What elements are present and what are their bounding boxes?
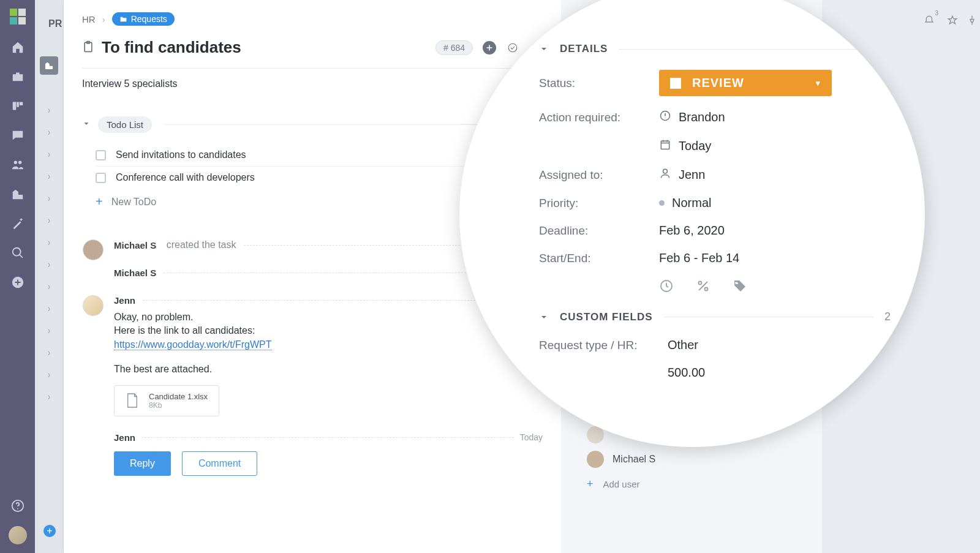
org-tile[interactable] (40, 56, 58, 75)
custom-fields-count: 2 (884, 310, 891, 323)
action-when[interactable]: Today (679, 139, 711, 153)
tree-chevron-icon[interactable]: › (48, 368, 50, 380)
assigned-label: Assigned to: (539, 168, 659, 182)
assigned-value[interactable]: Jenn (679, 168, 705, 182)
deadline-label: Deadline: (539, 224, 659, 238)
task-id: # 684 (435, 40, 473, 55)
briefcase-icon[interactable] (11, 70, 24, 83)
add-user-button[interactable]: +Add user (587, 478, 655, 491)
search-icon[interactable] (11, 246, 24, 260)
status-label: Status: (539, 77, 659, 90)
tree-chevron-icon[interactable]: › (48, 324, 50, 336)
reply-time: Today (520, 432, 543, 442)
person-icon (659, 167, 671, 182)
percent-icon[interactable] (696, 279, 710, 293)
chevron-right-icon: › (102, 14, 105, 24)
add-button[interactable] (483, 41, 496, 55)
custom-amount-value[interactable]: 500.00 (668, 366, 705, 380)
svg-rect-7 (661, 141, 669, 149)
project-column: PR › › › › › › › › › › › › › › + (35, 0, 64, 553)
star-icon[interactable] (947, 15, 958, 26)
attachment[interactable]: Candidate 1.xlsx 8Kb (114, 385, 219, 416)
status-color-icon (670, 78, 681, 89)
page-title: To find candidates (102, 38, 241, 57)
tree-chevron-icon[interactable]: › (48, 214, 50, 226)
project-column-header: PR (35, 18, 63, 29)
message-link[interactable]: https://www.goodday.work/t/FrgWPT (114, 339, 272, 350)
plus-icon: + (587, 478, 594, 491)
tree-chevron-icon[interactable]: › (48, 302, 50, 314)
svg-point-5 (508, 43, 517, 52)
breadcrumb-folder-label: Requests (131, 14, 167, 24)
board-icon[interactable] (11, 99, 24, 113)
plus-icon: + (96, 195, 103, 209)
tree-chevron-icon[interactable]: › (48, 258, 50, 270)
todo-text: Send invitations to candidates (116, 149, 246, 160)
tree-chevron-icon[interactable]: › (48, 280, 50, 292)
chevron-down-icon (539, 312, 549, 322)
check-circle-icon[interactable] (506, 41, 519, 55)
tree-chevron-icon[interactable]: › (48, 148, 50, 160)
add-user-label: Add user (603, 479, 640, 489)
comment-button[interactable]: Comment (182, 451, 257, 476)
home-icon[interactable] (11, 40, 24, 54)
details-overlay: DETAILS Status: REVIEW ▾ Action required… (459, 0, 925, 447)
people-icon[interactable] (11, 158, 24, 171)
status-dropdown[interactable]: REVIEW ▾ (659, 70, 832, 96)
tree-chevron-icon[interactable]: › (48, 192, 50, 204)
details-heading: DETAILS (560, 43, 608, 55)
tag-icon[interactable] (733, 279, 747, 293)
add-project-button[interactable]: + (43, 525, 56, 537)
attachment-name: Candidate 1.xlsx (149, 392, 208, 401)
avatar (83, 295, 104, 316)
folder-icon (119, 15, 127, 23)
attachment-size: 8Kb (149, 401, 208, 410)
tree-chevron-icon[interactable]: › (48, 170, 50, 182)
todo-checkbox[interactable] (96, 173, 106, 183)
todo-checkbox[interactable] (96, 150, 106, 160)
app-logo[interactable] (10, 9, 26, 24)
add-circle-icon[interactable] (11, 276, 24, 289)
message-line: Here is the link to all candidates: (114, 324, 543, 337)
clock-icon[interactable] (659, 279, 674, 293)
details-section-header[interactable]: DETAILS (539, 43, 891, 55)
status-value: REVIEW (692, 76, 744, 90)
tree-chevron-icon[interactable]: › (48, 390, 50, 402)
chevron-down-icon: ▾ (816, 78, 821, 88)
tree-chevron-icon[interactable]: › (48, 236, 50, 248)
startend-label: Start/End: (539, 252, 659, 265)
priority-value[interactable]: Normal (672, 196, 711, 210)
tree-chevron-icon[interactable]: › (48, 103, 50, 116)
action-user[interactable]: Brandon (679, 110, 725, 124)
tree-chevron-icon[interactable]: › (48, 346, 50, 358)
breadcrumb: HR › Requests (82, 12, 543, 26)
svg-point-12 (736, 282, 738, 284)
tree-chevron-icon[interactable]: › (48, 126, 50, 138)
file-icon (126, 393, 139, 408)
deadline-value[interactable]: Feb 6, 2020 (659, 224, 725, 238)
svg-point-11 (705, 288, 708, 291)
todo-list-label: Todo List (98, 116, 152, 133)
message-line: Okay, no problem. (114, 310, 543, 324)
breadcrumb-folder[interactable]: Requests (112, 12, 175, 26)
pin-icon[interactable] (967, 15, 978, 26)
org-icon[interactable] (11, 187, 24, 201)
todo-text: Conference call with developers (116, 172, 255, 183)
breadcrumb-root[interactable]: HR (82, 14, 96, 24)
custom-fields-header[interactable]: CUSTOM FIELDS 2 (539, 310, 891, 323)
wand-icon[interactable] (11, 217, 24, 230)
priority-label: Priority: (539, 197, 659, 210)
request-type-value[interactable]: Other (668, 338, 698, 352)
svg-point-8 (663, 169, 668, 173)
reply-button[interactable]: Reply (114, 451, 171, 476)
notification-icon[interactable]: 3 (924, 15, 938, 26)
user-avatar[interactable] (9, 526, 27, 544)
top-right-icons: 3 (924, 15, 978, 26)
clipboard-icon (82, 40, 94, 55)
startend-value[interactable]: Feb 6 - Feb 14 (659, 251, 739, 265)
user-name: Michael S (612, 454, 655, 465)
chat-icon[interactable] (11, 129, 24, 142)
todo-header[interactable]: Todo List (82, 116, 543, 133)
help-icon[interactable] (11, 499, 24, 513)
user-row[interactable]: Michael S (587, 451, 655, 468)
